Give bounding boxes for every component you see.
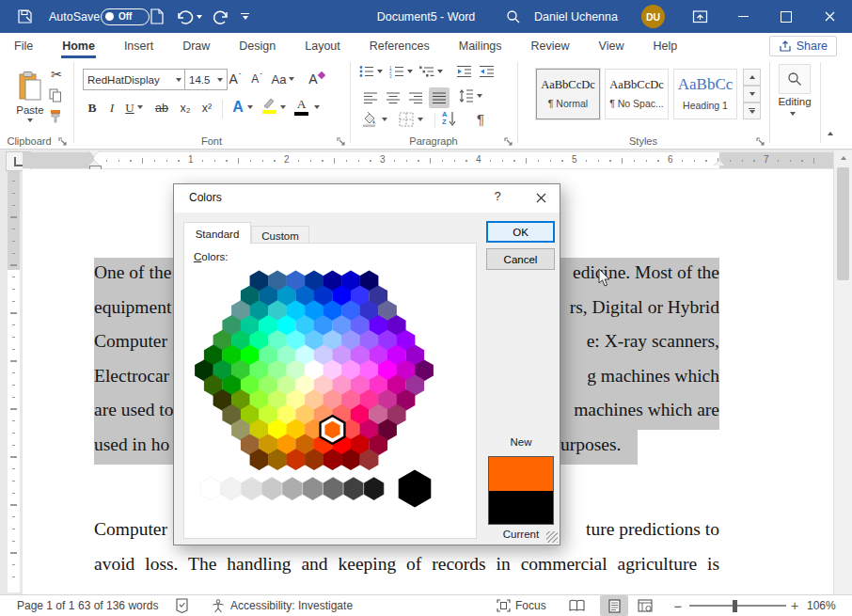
grayscale-hex[interactable] [221,477,241,500]
tab-home[interactable]: Home [61,35,96,57]
shrink-font-button[interactable]: Aˇ [247,69,266,89]
cut-icon[interactable]: ✂ [47,66,66,83]
increase-indent-button[interactable] [480,65,495,78]
align-left-button[interactable] [361,89,380,106]
style-no-spacing[interactable]: AaBbCcDc ¶ No Spac... [605,69,669,119]
grayscale-hex[interactable] [282,477,302,500]
text-effects-dropdown-icon[interactable] [247,105,253,109]
styles-scroll-down-button[interactable] [743,86,761,103]
focus-mode-button[interactable]: Focus [497,595,546,616]
vertical-scrollbar[interactable] [833,150,852,594]
scrollbar-thumb[interactable] [837,167,849,280]
grayscale-hex[interactable] [303,477,323,500]
line-spacing-dropdown-icon[interactable] [477,94,482,98]
format-painter-icon[interactable] [49,109,63,124]
read-mode-button[interactable] [569,595,585,616]
grayscale-hex[interactable] [343,477,363,500]
tab-view[interactable]: View [598,35,625,57]
ribbon-display-options-icon[interactable] [692,0,708,33]
quick-access-customize-icon[interactable] [241,0,249,33]
page-indicator[interactable]: Page 1 of 1 [17,595,74,616]
multilevel-list-button[interactable] [419,65,443,78]
styles-gallery-more-button[interactable] [743,103,761,119]
search-icon[interactable] [506,0,521,33]
align-center-button[interactable] [384,89,402,106]
multilevel-dropdown-icon[interactable] [437,70,443,73]
zoom-in-button[interactable]: + [788,595,801,616]
grayscale-hex[interactable] [364,477,384,500]
right-indent-marker[interactable] [714,160,725,166]
align-right-button[interactable] [406,89,425,106]
horizontal-ruler[interactable]: 1 2 3 4 5 6 7 [23,152,833,168]
vertical-ruler[interactable] [8,171,20,592]
pilcrow-button[interactable]: ¶ [472,110,489,127]
paste-button[interactable]: Paste [9,63,51,131]
subscript-button[interactable]: x₂ [177,99,194,118]
standard-color-palette[interactable] [190,268,472,514]
dialog-close-icon[interactable] [529,190,552,207]
tab-draw[interactable]: Draw [181,35,211,57]
zoom-percentage[interactable]: 106% [807,595,836,616]
cancel-button[interactable]: Cancel [486,248,555,270]
editing-label[interactable]: Editing [769,96,820,107]
tab-custom[interactable]: Custom [251,226,309,245]
italic-button[interactable]: I [105,99,118,118]
editing-dropdown-icon[interactable] [790,112,796,116]
grayscale-hex[interactable] [242,477,261,500]
zoom-out-button[interactable]: − [671,595,685,616]
share-button[interactable]: Share [769,36,837,56]
dialog-title-bar[interactable]: Colors ? [174,184,560,213]
shading-dropdown-icon[interactable] [382,118,387,121]
highlight-dropdown-icon[interactable] [280,105,286,109]
zoom-slider[interactable] [689,595,786,616]
dialog-help-button[interactable]: ? [488,189,507,203]
word-count[interactable]: 63 of 136 words [78,595,158,616]
bullets-button[interactable] [359,65,383,78]
grayscale-hex[interactable] [200,477,220,500]
change-case-button[interactable]: Aa [271,69,295,89]
font-dialog-launcher-icon[interactable] [337,137,346,147]
highlight-button[interactable] [261,97,276,114]
bullets-dropdown-icon[interactable] [377,70,383,73]
user-name[interactable]: Daniel Uchenna [534,0,618,33]
font-color-dropdown-icon[interactable] [314,105,320,109]
proofing-icon[interactable] [175,595,189,616]
font-color-button[interactable]: A [294,97,308,116]
tab-standard[interactable]: Standard [183,222,251,245]
tab-insert[interactable]: Insert [123,35,154,57]
borders-button[interactable] [399,112,423,127]
editing-find-icon[interactable] [779,64,811,94]
undo-dropdown-icon[interactable] [197,15,202,19]
zoom-slider-handle[interactable] [733,600,737,612]
scrollbar-up-arrow[interactable] [834,150,852,166]
clear-formatting-button[interactable]: A [307,69,327,89]
grow-font-button[interactable]: Aˆ [226,69,245,89]
clipboard-dialog-launcher-icon[interactable] [58,137,68,147]
bold-button[interactable]: B [85,99,100,118]
numbering-button[interactable]: 123 [389,65,413,78]
tab-mailings[interactable]: Mailings [458,35,503,57]
line-spacing-button[interactable] [459,89,482,103]
grayscale-hex[interactable] [323,477,343,500]
styles-dialog-launcher-icon[interactable] [756,137,765,147]
tab-help[interactable]: Help [652,35,678,57]
borders-dropdown-icon[interactable] [418,118,423,121]
copy-icon[interactable] [49,88,62,103]
numbering-dropdown-icon[interactable] [407,70,413,73]
accessibility-status[interactable]: Accessibility: Investigate [212,595,353,616]
strikethrough-button[interactable]: ab [152,99,171,118]
maximize-button[interactable] [765,0,808,33]
font-name-combo[interactable]: RedHatDisplay [83,69,186,90]
paste-dropdown-icon[interactable] [27,118,33,122]
web-layout-button[interactable] [638,595,653,616]
tab-file[interactable]: File [13,35,34,57]
first-line-indent-marker[interactable] [88,150,100,157]
font-size-combo[interactable]: 14.5 [184,69,228,90]
superscript-button[interactable]: x² [198,99,215,118]
dialog-resize-grip[interactable] [546,531,558,543]
save-icon[interactable] [17,0,33,33]
redo-button[interactable] [213,0,230,33]
undo-button[interactable] [175,0,202,33]
avatar[interactable]: DU [641,0,665,33]
ok-button[interactable]: OK [486,221,555,243]
